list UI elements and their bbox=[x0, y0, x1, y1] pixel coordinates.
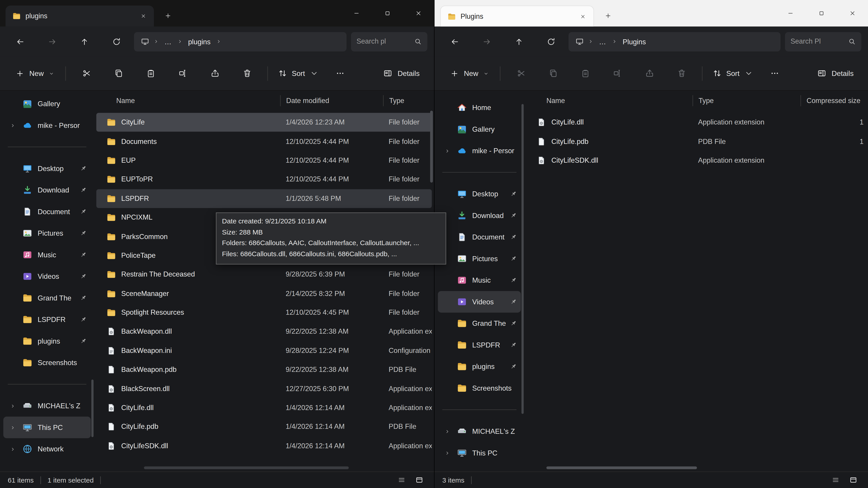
file-row-citylife-dll[interactable]: CityLife.dll1/4/2026 12:14 AMApplication… bbox=[96, 398, 432, 417]
sidebar-item-document[interactable]: Document bbox=[438, 226, 521, 248]
minimize-button[interactable] bbox=[775, 0, 806, 27]
sidebar-item-this-pc[interactable]: This PC bbox=[3, 417, 91, 438]
sidebar-item-network[interactable]: Network bbox=[3, 438, 91, 460]
sidebar-item-pictures[interactable]: Pictures bbox=[3, 222, 91, 244]
share-button[interactable] bbox=[202, 63, 228, 84]
sidebar-item-desktop[interactable]: Desktop bbox=[438, 183, 521, 205]
details-view-button[interactable] bbox=[846, 474, 860, 486]
new-tab-button[interactable] bbox=[159, 7, 176, 24]
file-row-scenemanager[interactable]: SceneManager2/14/2025 8:32 PMFile folder bbox=[96, 284, 432, 303]
sidebar-item-videos[interactable]: Videos bbox=[438, 291, 521, 313]
sidebar-item-grand-the[interactable]: Grand The bbox=[3, 287, 91, 309]
column-header-date-modified[interactable]: Date modified bbox=[280, 95, 383, 106]
sidebar-item-pictures[interactable]: Pictures bbox=[438, 248, 521, 269]
sidebar-item-music[interactable]: Music bbox=[3, 244, 91, 266]
file-row-citylife-pdb[interactable]: CityLife.pdb1/4/2026 12:14 AMPDB File bbox=[96, 417, 432, 436]
file-row-documents[interactable]: Documents12/10/2025 4:44 PMFile folder bbox=[96, 132, 432, 151]
sidebar-item-document[interactable]: Document bbox=[3, 201, 91, 223]
search-input[interactable]: Search pl bbox=[351, 32, 428, 51]
tab-close-button[interactable] bbox=[136, 9, 151, 23]
breadcrumb-ellipsis[interactable]: … bbox=[163, 37, 173, 46]
sidebar-item-download[interactable]: Download bbox=[438, 205, 521, 226]
explorer-tab[interactable]: plugins bbox=[5, 5, 154, 26]
new-tab-button[interactable] bbox=[599, 7, 616, 24]
file-row-eup[interactable]: EUP12/10/2025 4:44 PMFile folder bbox=[96, 151, 432, 170]
file-row-citylife-pdb[interactable]: CityLife.pdbPDB File1 bbox=[526, 132, 866, 151]
delete-button[interactable] bbox=[669, 63, 694, 84]
sidebar-item-lspdfr[interactable]: LSPDFR bbox=[3, 309, 91, 330]
breadcrumb-ellipsis[interactable]: … bbox=[597, 37, 608, 46]
file-row-citylife-dll[interactable]: CityLife.dllApplication extension1 bbox=[526, 113, 866, 132]
explorer-tab[interactable]: Plugins bbox=[440, 5, 594, 26]
sidebar-item-download[interactable]: Download bbox=[3, 179, 91, 201]
sidebar-item-plugins[interactable]: plugins bbox=[3, 330, 91, 352]
sidebar-item-desktop[interactable]: Desktop bbox=[3, 158, 91, 180]
copy-button[interactable] bbox=[106, 63, 131, 84]
address-bar[interactable]: … Plugins bbox=[568, 32, 780, 51]
breadcrumb-current-folder[interactable]: plugins bbox=[186, 37, 212, 46]
minimize-button[interactable] bbox=[341, 0, 372, 27]
sidebar-scrollbar[interactable] bbox=[522, 104, 524, 414]
sidebar-item-gallery[interactable]: Gallery bbox=[3, 93, 91, 115]
back-button[interactable] bbox=[441, 31, 468, 53]
file-row-spotlight-resources[interactable]: Spotlight Resources12/10/2025 4:45 PMFil… bbox=[96, 303, 432, 322]
up-button[interactable] bbox=[71, 31, 97, 53]
file-row-blackscreen-dll[interactable]: BlackScreen.dll12/27/2025 6:30 PMApplica… bbox=[96, 379, 432, 398]
list-view-button[interactable] bbox=[828, 474, 843, 486]
forward-button[interactable] bbox=[39, 31, 65, 53]
sidebar-scrollbar[interactable] bbox=[91, 380, 94, 437]
refresh-button[interactable] bbox=[537, 31, 564, 53]
file-row-citylifesdk-dll[interactable]: CityLifeSDK.dllApplication extension bbox=[526, 151, 866, 170]
close-button[interactable] bbox=[837, 0, 868, 27]
new-button[interactable]: New bbox=[443, 63, 495, 84]
sidebar-item-this-pc[interactable]: This PC bbox=[438, 442, 521, 464]
refresh-button[interactable] bbox=[103, 31, 130, 53]
column-header-type[interactable]: Type bbox=[383, 95, 432, 106]
maximize-button[interactable] bbox=[372, 0, 403, 27]
vertical-scrollbar[interactable] bbox=[430, 111, 433, 183]
list-view-button[interactable] bbox=[394, 474, 409, 486]
sidebar-item-screenshots[interactable]: Screenshots bbox=[3, 352, 91, 374]
sidebar-item-mike-persor[interactable]: mike - Persor bbox=[3, 115, 91, 136]
file-row-citylife[interactable]: CityLife1/4/2026 12:23 AMFile folder bbox=[96, 113, 432, 132]
sidebar-item-plugins[interactable]: plugins bbox=[438, 356, 521, 378]
sidebar-item-michael-s-z[interactable]: MICHAEL's Z bbox=[3, 395, 91, 417]
column-header-name[interactable]: Name bbox=[96, 95, 280, 106]
column-header-compressed-size[interactable]: Compressed size bbox=[800, 95, 866, 106]
cut-button[interactable] bbox=[508, 63, 534, 84]
share-button[interactable] bbox=[637, 63, 662, 84]
details-button[interactable]: Details bbox=[812, 63, 859, 84]
rename-button[interactable] bbox=[604, 63, 630, 84]
file-row-backweapon-pdb[interactable]: BackWeapon.pdb9/22/2025 12:38 AMPDB File bbox=[96, 360, 432, 379]
more-options-button[interactable] bbox=[762, 63, 788, 84]
column-header-name[interactable]: Name bbox=[526, 95, 692, 106]
sidebar-item-lspdfr[interactable]: LSPDFR bbox=[438, 334, 521, 356]
sidebar-item-mike-persor[interactable]: mike - Persor bbox=[438, 140, 521, 162]
file-row-restrain-the-deceased[interactable]: Restrain The Deceased9/28/2025 6:39 PMFi… bbox=[96, 265, 432, 284]
search-input[interactable]: Search Pl bbox=[785, 32, 862, 51]
maximize-button[interactable] bbox=[806, 0, 837, 27]
paste-button[interactable] bbox=[138, 63, 163, 84]
up-button[interactable] bbox=[505, 31, 532, 53]
file-row-citylifesdk-dll[interactable]: CityLifeSDK.dll1/4/2026 12:14 AMApplicat… bbox=[96, 436, 432, 455]
sidebar-item-gallery[interactable]: Gallery bbox=[438, 119, 521, 140]
tab-close-button[interactable] bbox=[576, 9, 590, 24]
paste-button[interactable] bbox=[572, 63, 598, 84]
file-row-backweapon-ini[interactable]: BackWeapon.ini9/28/2025 12:24 PMConfigur… bbox=[96, 341, 432, 360]
more-options-button[interactable] bbox=[328, 63, 353, 84]
sort-button[interactable]: Sort bbox=[272, 63, 324, 84]
delete-button[interactable] bbox=[234, 63, 260, 84]
details-view-button[interactable] bbox=[412, 474, 426, 486]
back-button[interactable] bbox=[6, 31, 33, 53]
sidebar-item-videos[interactable]: Videos bbox=[3, 266, 91, 287]
sidebar-item-music[interactable]: Music bbox=[438, 269, 521, 291]
horizontal-scrollbar[interactable] bbox=[546, 466, 697, 469]
details-button[interactable]: Details bbox=[378, 63, 425, 84]
file-row-euptopr[interactable]: EUPToPR12/10/2025 4:44 PMFile folder bbox=[96, 170, 432, 189]
forward-button[interactable] bbox=[473, 31, 500, 53]
close-button[interactable] bbox=[403, 0, 434, 27]
sidebar-item-grand-the[interactable]: Grand The bbox=[438, 313, 521, 334]
horizontal-scrollbar[interactable] bbox=[144, 466, 349, 469]
breadcrumb-current-folder[interactable]: Plugins bbox=[621, 37, 648, 46]
file-row-backweapon-dll[interactable]: BackWeapon.dll9/22/2025 12:38 AMApplicat… bbox=[96, 322, 432, 341]
